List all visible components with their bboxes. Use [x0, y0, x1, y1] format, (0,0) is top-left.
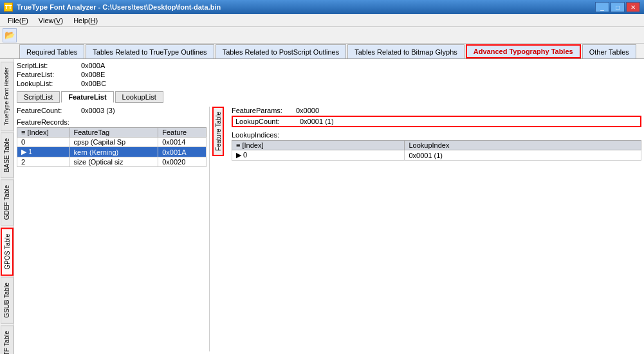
- right-pane: FeatureParams: 0x0000 LookupCount: 0x000…: [226, 107, 641, 351]
- tab-other[interactable]: Other Tables: [582, 44, 636, 58]
- maximize-button[interactable]: □: [611, 2, 625, 12]
- subtab-lookuplist[interactable]: LookupList: [115, 91, 163, 103]
- lookuplist-value: 0x00BC: [81, 80, 106, 87]
- lookuplist-label: LookupList:: [17, 80, 81, 87]
- feature-records-label: FeatureRecords:: [17, 118, 207, 126]
- tab-truetype[interactable]: Tables Related to TrueType Outlines: [86, 44, 214, 58]
- lookup-indices-table: ≡ [Index] LookupIndex ▶ 0 0x0001 (1): [232, 140, 641, 161]
- app-icon: TT: [4, 3, 13, 12]
- cell-tag-selected: kern (Kerning): [69, 147, 158, 157]
- subtab-scriptlist[interactable]: ScriptList: [17, 91, 60, 103]
- table-row[interactable]: ▶ 1 kern (Kerning) 0x001A: [17, 147, 207, 157]
- col-header-featuretag: FeatureTag: [69, 128, 158, 137]
- lookup-indices-label: LookupIndices:: [232, 131, 641, 139]
- table-row[interactable]: 0 cpsp (Capital Sp 0x0014: [17, 137, 207, 147]
- main-content: TrueType Font Header BASE Table GDEF Tab…: [0, 59, 644, 354]
- cell-tag: cpsp (Capital Sp: [69, 137, 158, 147]
- vertical-tabs: TrueType Font Header BASE Table GDEF Tab…: [0, 59, 14, 354]
- cell-index: 0: [17, 137, 70, 147]
- tab-bitmap[interactable]: Tables Related to Bitmap Glyphs: [347, 44, 465, 58]
- vtab-gsub[interactable]: GSUB Table: [1, 277, 14, 324]
- menu-view[interactable]: View(V): [33, 15, 68, 26]
- cell-feature-2: 0x0020: [158, 157, 207, 167]
- toolbar: 📂: [0, 27, 644, 44]
- vtab-gdef[interactable]: GDEF Table: [1, 179, 14, 226]
- col-header-index2: ≡ [Index]: [232, 141, 405, 150]
- col-header-index: ≡ [Index]: [17, 128, 70, 137]
- cell-index-2: 2: [17, 157, 70, 167]
- tab-postscript[interactable]: Tables Related to PostScript Outlines: [216, 44, 347, 58]
- col-header-lookupindex: LookupIndex: [405, 141, 641, 150]
- scriptlist-value: 0x000A: [81, 62, 105, 69]
- left-pane: FeatureCount: 0x0003 (3) FeatureRecords:…: [17, 107, 210, 351]
- cell-feature-selected: 0x001A: [158, 147, 207, 157]
- minimize-button[interactable]: _: [595, 2, 609, 12]
- lookup-cell-value: 0x0001 (1): [405, 150, 641, 161]
- menu-help[interactable]: Help(H): [68, 15, 103, 26]
- menu-file[interactable]: File(F): [3, 15, 33, 26]
- subtab-featurelist[interactable]: FeatureList: [61, 91, 113, 103]
- vtab-gpos[interactable]: GPOS Table: [1, 227, 14, 276]
- table-row[interactable]: 2 size (Optical siz 0x0020: [17, 157, 207, 167]
- content-area: ScriptList: 0x000A FeatureList: 0x008E L…: [14, 59, 644, 354]
- cell-tag-2: size (Optical siz: [69, 157, 158, 167]
- sub-tabs-row: ScriptList FeatureList LookupList: [17, 91, 641, 103]
- feature-records-table: ≡ [Index] FeatureTag Feature 0 cpsp (Cap…: [17, 127, 207, 167]
- feature-table-vtab[interactable]: Feature Table: [212, 107, 224, 156]
- feature-params-label: FeatureParams:: [232, 107, 296, 114]
- main-tabs-row: Required Tables Tables Related to TrueTy…: [0, 44, 644, 59]
- featurelist-label: FeatureList:: [17, 71, 81, 78]
- feature-params-value: 0x0000: [296, 107, 319, 114]
- col-header-feature: Feature: [158, 128, 207, 137]
- cell-index-selected: ▶ 1: [17, 147, 70, 157]
- tab-advanced[interactable]: Advanced Typography Tables: [466, 44, 581, 58]
- lookup-cell-index: ▶ 0: [232, 150, 405, 161]
- menu-bar: File(F) View(V) Help(H): [0, 14, 644, 27]
- lookup-table-row[interactable]: ▶ 0 0x0001 (1): [232, 150, 641, 161]
- vtab-base[interactable]: BASE Table: [1, 132, 14, 178]
- vtab-jstf[interactable]: JSTF Table: [1, 325, 14, 354]
- title-bar: TT TrueType Font Analyzer - C:\Users\tes…: [0, 0, 644, 14]
- scriptlist-label: ScriptList:: [17, 62, 81, 69]
- lookup-count-value: 0x0001 (1): [300, 118, 334, 125]
- vtab-ttfh[interactable]: TrueType Font Header: [1, 62, 14, 131]
- tab-required[interactable]: Required Tables: [19, 44, 84, 58]
- feature-count-value: 0x0003 (3): [81, 107, 115, 114]
- feature-count-label: FeatureCount:: [17, 107, 81, 114]
- window-title: TrueType Font Analyzer - C:\Users\test\D…: [17, 3, 221, 11]
- open-file-button[interactable]: 📂: [3, 28, 17, 42]
- featurelist-value: 0x008E: [81, 71, 105, 78]
- lookup-count-label: LookupCount:: [235, 118, 300, 125]
- cell-feature: 0x0014: [158, 137, 207, 147]
- close-button[interactable]: ✕: [626, 2, 640, 12]
